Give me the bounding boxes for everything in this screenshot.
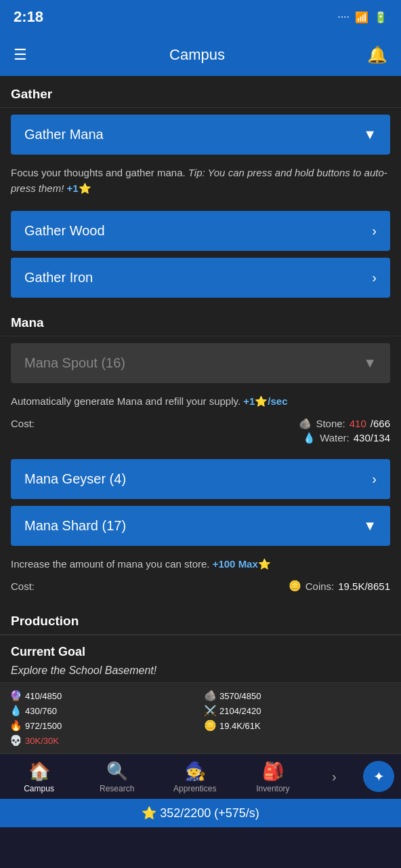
- cost-row-water: 💧 Water: 430/134: [303, 432, 390, 444]
- mana-spout-description: Automatically generate Mana and refill y…: [0, 390, 401, 418]
- apprentices-nav-icon: 🧙: [184, 761, 206, 782]
- mana-star-icon: ⭐: [142, 806, 156, 820]
- gather-section-header: Gather: [0, 76, 401, 108]
- gather-wood-button[interactable]: Gather Wood ›: [11, 211, 390, 251]
- mana-section-header: Mana: [0, 304, 401, 336]
- mana-shard-button[interactable]: Mana Shard (17) ▼: [11, 506, 390, 546]
- wifi-icon: 📶: [355, 11, 368, 24]
- resource-stone: 🪨 3570/4850: [204, 690, 392, 702]
- status-bar: 2:18 ···· 📶 🔋: [0, 0, 401, 34]
- resource-mana: 🔮 410/4850: [9, 690, 197, 702]
- mana-spout-cost-label: Cost:: [11, 418, 35, 429]
- resource-bar: 🔮 410/4850 🪨 3570/4850 💧 430/760 ⚔️ 2104…: [0, 682, 401, 753]
- current-goal-section: Current Goal Explore the School Basement…: [0, 635, 401, 682]
- production-section-header: Production: [0, 603, 401, 635]
- gather-iron-button[interactable]: Gather Iron ›: [11, 258, 390, 298]
- inventory-nav-label: Inventory: [256, 784, 289, 793]
- mana-spout-cost: Cost: 🪨 Stone: 410/666 💧 Water: 430/134: [0, 418, 401, 452]
- mana-spout-chevron-down-icon: ▼: [363, 355, 377, 371]
- signal-icon: ····: [337, 11, 350, 23]
- nav-campus[interactable]: 🏠 Campus: [0, 754, 78, 799]
- menu-icon[interactable]: ☰: [14, 46, 27, 64]
- campus-nav-icon: 🏠: [28, 761, 50, 782]
- mana-shard-chevron-down-icon: ▼: [363, 518, 377, 534]
- mana-spout-cost-values: 🪨 Stone: 410/666 💧 Water: 430/134: [299, 418, 390, 444]
- gather-mana-button[interactable]: Gather Mana ▼: [11, 115, 390, 155]
- nav-more[interactable]: ›: [312, 754, 356, 799]
- status-time: 2:18: [14, 8, 43, 26]
- gather-mana-description: Focus your thoughts and gather mana. Tip…: [0, 161, 401, 204]
- skull-resource-icon: 💀: [9, 734, 22, 747]
- coins-icon: 🪙: [289, 580, 301, 592]
- more-chevron-right-icon: ›: [332, 769, 337, 785]
- gather-mana-label: Gather Mana: [24, 127, 104, 142]
- campus-nav-label: Campus: [24, 784, 54, 793]
- mana-spout-label: Mana Spout (16): [24, 355, 125, 371]
- fire-resource-icon: 🔥: [9, 719, 22, 732]
- app-header: ☰ Campus 🔔: [0, 34, 401, 76]
- nav-research[interactable]: 🔍 Research: [78, 754, 156, 799]
- mana-geyser-button[interactable]: Mana Geyser (4) ›: [11, 459, 390, 499]
- resource-skull: 💀 30K/30K: [9, 734, 197, 747]
- main-content: Gather Gather Mana ▼ Focus your thoughts…: [0, 76, 401, 753]
- inventory-nav-icon: 🎒: [262, 761, 284, 782]
- pin-button[interactable]: ✦: [363, 761, 394, 792]
- mana-bar-text: ⭐ 352/2200 (+575/s): [142, 806, 259, 821]
- cost-row-coins: 🪙 Coins: 19.5K/8651: [289, 580, 390, 592]
- gather-wood-label: Gather Wood: [24, 223, 105, 239]
- research-nav-label: Research: [100, 784, 134, 793]
- apprentices-nav-label: Apprentices: [173, 784, 216, 793]
- mana-spout-button[interactable]: Mana Spout (16) ▼: [11, 343, 390, 383]
- mana-shard-label: Mana Shard (17): [24, 518, 126, 534]
- current-goal-title: Current Goal: [11, 645, 390, 659]
- gather-label: Gather: [11, 87, 52, 101]
- coins-resource-icon: 🪙: [204, 719, 217, 732]
- mana-resource-icon: 🔮: [9, 690, 22, 702]
- mana-shard-cost-label: Cost:: [11, 580, 35, 592]
- mana-geyser-label: Mana Geyser (4): [24, 471, 126, 487]
- cost-row-stone: 🪨 Stone: 410/666: [299, 418, 390, 430]
- header-title: Campus: [169, 46, 225, 64]
- mana-progress-bar: ⭐ 352/2200 (+575/s): [0, 799, 401, 827]
- gather-wood-chevron-right-icon: ›: [372, 223, 377, 239]
- gather-mana-chevron-down-icon: ▼: [363, 127, 377, 142]
- mana-shard-cost: Cost: 🪙 Coins: 19.5K/8651: [0, 580, 401, 600]
- research-nav-icon: 🔍: [106, 761, 128, 782]
- resource-fire: 🔥 972/1500: [9, 719, 197, 732]
- sword-resource-icon: ⚔️: [204, 705, 217, 717]
- bottom-nav: 🏠 Campus 🔍 Research 🧙 Apprentices 🎒 Inve…: [0, 753, 401, 799]
- battery-icon: 🔋: [374, 11, 387, 24]
- water-icon: 💧: [303, 432, 316, 444]
- stone-icon: 🪨: [299, 418, 312, 430]
- mana-geyser-chevron-right-icon: ›: [372, 471, 377, 487]
- status-icons: ···· 📶 🔋: [337, 11, 387, 24]
- mana-label: Mana: [11, 315, 44, 330]
- notification-bell-icon[interactable]: 🔔: [367, 45, 387, 64]
- resource-sword: ⚔️ 2104/2420: [204, 705, 392, 717]
- production-label: Production: [11, 614, 79, 628]
- nav-inventory[interactable]: 🎒 Inventory: [234, 754, 312, 799]
- stone-resource-icon: 🪨: [204, 690, 217, 702]
- mana-shard-description: Increase the amount of mana you can stor…: [0, 553, 401, 580]
- resource-water: 💧 430/760: [9, 705, 197, 717]
- current-goal-text: Explore the School Basement!: [11, 665, 390, 677]
- nav-pin[interactable]: ✦: [356, 754, 401, 799]
- nav-apprentices[interactable]: 🧙 Apprentices: [156, 754, 234, 799]
- water-resource-icon: 💧: [9, 705, 22, 717]
- gather-iron-label: Gather Iron: [24, 270, 93, 285]
- gather-iron-chevron-right-icon: ›: [372, 270, 377, 285]
- star-pin-icon: ✦: [373, 768, 385, 785]
- resource-coins: 🪙 19.4K/61K: [204, 719, 392, 732]
